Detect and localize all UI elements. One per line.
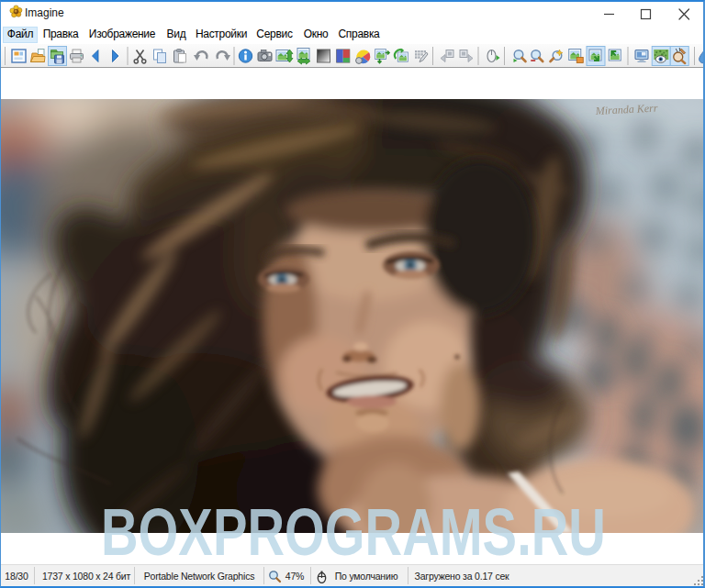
svg-text:BOXPROGRAMS.RU: BOXPROGRAMS.RU	[101, 499, 606, 565]
